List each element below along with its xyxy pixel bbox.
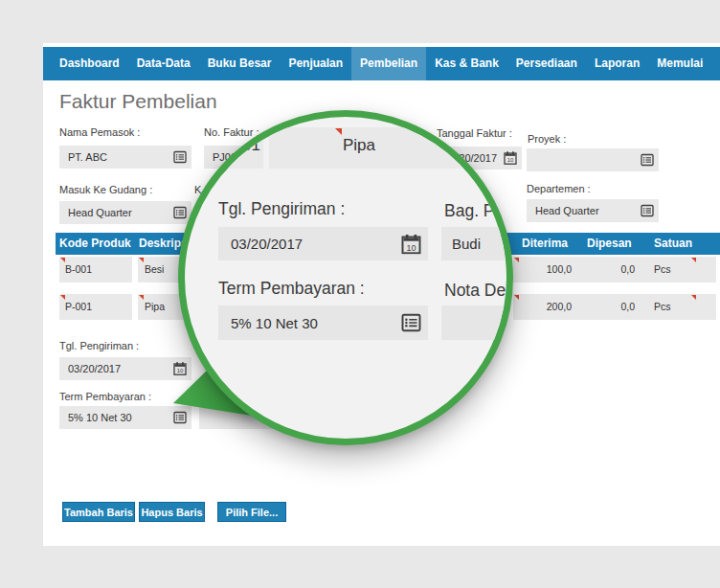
- calendar-icon[interactable]: 10: [504, 151, 517, 165]
- cell-kode[interactable]: P-001: [59, 294, 132, 320]
- cell-marker-icon: [139, 295, 144, 300]
- cell-marker-icon: [691, 295, 696, 300]
- cell-satuan-value: Pcs: [654, 294, 671, 320]
- calendar-icon: 10: [401, 234, 421, 254]
- masuk-ke-gudang-label: Masuk Ke Gudang :: [59, 184, 152, 195]
- zoom-tgl-pengiriman-value: 03/20/2017: [231, 236, 303, 252]
- grid-header-dipesan[interactable]: Dipesan: [587, 233, 632, 255]
- zoom-term-pembayaran-value: 5% 10 Net 30: [231, 315, 318, 331]
- tanggal-faktur-label: Tanggal Faktur :: [437, 127, 512, 139]
- nav-data-data[interactable]: Data-Data: [128, 47, 199, 80]
- departemen-value: Head Quarter: [535, 205, 599, 216]
- tgl-pengiriman-label: Tgl. Pengiriman :: [59, 340, 139, 351]
- cell-dipesan-value: 0,0: [580, 257, 635, 283]
- no-faktur-label: No. Faktur :: [204, 126, 259, 138]
- hapus-baris-button[interactable]: Hapus Baris: [139, 502, 205, 522]
- tambah-baris-button[interactable]: Tambah Baris: [62, 502, 135, 522]
- lookup-icon[interactable]: [641, 204, 654, 217]
- nav-persediaan[interactable]: Persediaan: [507, 47, 586, 80]
- zoom-term-pembayaran-label: Term Pembayaran :: [218, 279, 365, 299]
- nav-dashboard[interactable]: Dashboard: [51, 47, 128, 80]
- svg-text:10: 10: [406, 242, 416, 252]
- nav-penjualan[interactable]: Penjualan: [280, 47, 351, 80]
- magnifier-lens: 01 Pipa Tgl. Pengiriman : 03/20/2017 10 …: [178, 110, 513, 445]
- cell-marker-icon: [335, 128, 342, 135]
- pilih-file-button[interactable]: Pilih File...: [217, 502, 286, 522]
- lookup-icon: [401, 313, 421, 333]
- nav-buku-besar[interactable]: Buku Besar: [199, 47, 281, 80]
- cell-marker-icon: [60, 295, 65, 300]
- departemen-field[interactable]: Head Quarter: [527, 199, 659, 222]
- cell-kode-value: P-001: [65, 301, 92, 312]
- cell-deskripsi-value: Pipa: [145, 301, 165, 312]
- proyek-label: Proyek :: [528, 133, 566, 145]
- term-pembayaran-label: Term Pembayaran :: [59, 391, 151, 402]
- grid-header-kode[interactable]: Kode Produk: [59, 233, 131, 255]
- cell-satuan-value: Pcs: [654, 257, 671, 283]
- term-pembayaran-value: 5% 10 Net 30: [68, 412, 132, 423]
- cell-quantities[interactable]: 100,0 0,0 Pcs: [513, 257, 716, 283]
- grid-header-diterima[interactable]: Diterima: [522, 233, 568, 255]
- cell-deskripsi-value: Besi: [145, 263, 164, 275]
- zoom-deskripsi-value: Pipa: [343, 136, 375, 155]
- cell-marker-icon: [60, 258, 65, 262]
- lookup-icon[interactable]: [173, 150, 187, 164]
- departemen-label: Departemen :: [527, 183, 591, 194]
- zoom-nota-field: [441, 305, 513, 340]
- nama-pemasok-field[interactable]: PT. ABC: [59, 146, 191, 169]
- page-title: Faktur Pembelian: [59, 90, 217, 113]
- nav-memulai[interactable]: Memulai: [648, 47, 711, 80]
- zoom-bag-pembelian-label: Bag. Pe: [444, 201, 504, 221]
- zoom-bag-pembelian-value: Budi: [452, 236, 481, 252]
- masuk-ke-gudang-value: Head Quarter: [68, 207, 132, 218]
- cell-quantities[interactable]: 200,0 0,0 Pcs: [513, 294, 716, 320]
- cell-dipesan-value: 0,0: [580, 294, 635, 320]
- main-nav: Dashboard Data-Data Buku Besar Penjualan…: [43, 47, 720, 80]
- proyek-field[interactable]: [527, 148, 659, 171]
- zoom-tgl-pengiriman-label: Tgl. Pengiriman :: [218, 199, 345, 219]
- cell-diterima-value: 200,0: [513, 294, 572, 320]
- zoom-term-pembayaran-field: 5% 10 Net 30: [218, 305, 428, 340]
- masuk-ke-gudang-field[interactable]: Head Quarter: [59, 201, 191, 224]
- app-window: { "colors": { "nav_bar": "#1b7db4", "nav…: [0, 0, 720, 588]
- lookup-icon[interactable]: [641, 153, 654, 167]
- grid-header-satuan[interactable]: Satuan: [654, 233, 692, 255]
- cell-diterima-value: 100,0: [513, 257, 572, 283]
- nav-pembelian[interactable]: Pembelian: [351, 47, 426, 80]
- nav-laporan[interactable]: Laporan: [586, 47, 648, 80]
- zoom-bag-pembelian-field: Budi: [441, 227, 513, 260]
- cell-kode[interactable]: B-001: [59, 257, 132, 283]
- svg-text:10: 10: [507, 157, 514, 163]
- nama-pemasok-value: PT. ABC: [68, 151, 107, 163]
- cell-kode-value: B-001: [65, 263, 92, 275]
- cell-marker-icon: [139, 258, 144, 262]
- lookup-icon[interactable]: [173, 206, 187, 219]
- nama-pemasok-label: Nama Pemasok :: [59, 126, 140, 138]
- nav-kas-bank[interactable]: Kas & Bank: [426, 47, 507, 80]
- cell-marker-icon: [691, 258, 696, 262]
- zoom-nota-label: Nota De: [444, 281, 506, 301]
- tgl-pengiriman-value: 03/20/2017: [68, 363, 121, 374]
- zoom-tgl-pengiriman-field: 03/20/2017 10: [218, 227, 428, 260]
